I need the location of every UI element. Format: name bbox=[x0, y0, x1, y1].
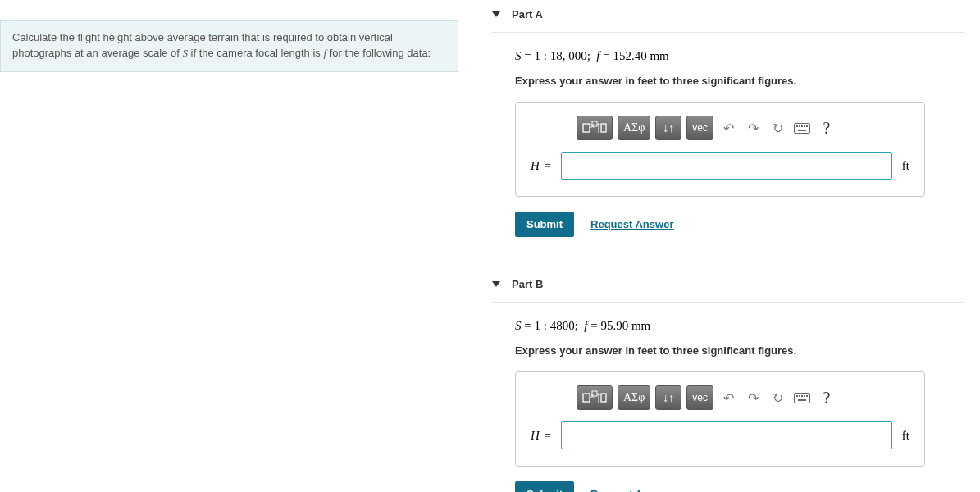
subscript-button[interactable]: ↓↑ bbox=[655, 385, 681, 410]
help-icon[interactable]: ? bbox=[817, 118, 836, 138]
greek-button[interactable]: ΑΣφ bbox=[618, 385, 650, 410]
part-b: Part B S = 1 : 4800; f = 95.90 mm Expres… bbox=[492, 270, 964, 492]
greek-button[interactable]: ΑΣφ bbox=[618, 116, 650, 140]
part-a-unit: ft bbox=[902, 159, 909, 173]
keyboard-icon[interactable] bbox=[792, 118, 812, 138]
svg-rect-20 bbox=[806, 395, 808, 397]
answer-label: H = bbox=[531, 429, 551, 443]
svg-rect-17 bbox=[799, 395, 800, 397]
part-b-answer-box: x ΑΣφ ↓↑ vec ↶ ↷ ↻ ? H = bbox=[515, 371, 925, 467]
svg-rect-0 bbox=[583, 124, 590, 132]
svg-rect-6 bbox=[799, 125, 800, 127]
problem-text-post: for the following data: bbox=[326, 47, 431, 59]
svg-rect-18 bbox=[801, 395, 803, 397]
svg-rect-9 bbox=[806, 125, 808, 127]
part-a-title: Part A bbox=[512, 8, 543, 20]
collapse-icon bbox=[492, 281, 500, 287]
part-b-header[interactable]: Part B bbox=[492, 270, 964, 303]
svg-rect-4 bbox=[795, 123, 810, 133]
keyboard-icon[interactable] bbox=[792, 388, 812, 408]
redo-icon[interactable]: ↷ bbox=[743, 388, 763, 408]
part-a-given: S = 1 : 18, 000; f = 152.40 mm bbox=[515, 49, 964, 63]
undo-icon[interactable]: ↶ bbox=[718, 118, 738, 138]
svg-rect-16 bbox=[796, 395, 798, 397]
submit-button[interactable]: Submit bbox=[515, 212, 574, 237]
templates-button[interactable]: x bbox=[577, 385, 613, 410]
answer-label: H = bbox=[531, 159, 551, 173]
svg-rect-11 bbox=[583, 394, 590, 402]
redo-icon[interactable]: ↷ bbox=[743, 118, 763, 138]
request-answer-link[interactable]: Request Answer bbox=[590, 488, 673, 492]
templates-button[interactable]: x bbox=[577, 116, 613, 140]
svg-rect-10 bbox=[798, 130, 806, 131]
svg-rect-8 bbox=[804, 125, 805, 127]
part-b-instruction: Express your answer in feet to three sig… bbox=[515, 344, 964, 357]
part-b-unit: ft bbox=[902, 429, 909, 443]
reset-icon[interactable]: ↻ bbox=[768, 118, 787, 138]
part-a-answer-box: x ΑΣφ ↓↑ vec ↶ ↷ ↻ ? H = bbox=[515, 102, 925, 197]
toolbar: x ΑΣφ ↓↑ vec ↶ ↷ ↻ ? bbox=[531, 385, 909, 410]
part-b-title: Part B bbox=[512, 278, 543, 290]
undo-icon[interactable]: ↶ bbox=[718, 388, 738, 408]
part-a: Part A S = 1 : 18, 000; f = 152.40 mm Ex… bbox=[492, 0, 964, 237]
toolbar: x ΑΣφ ↓↑ vec ↶ ↷ ↻ ? bbox=[531, 116, 909, 140]
problem-statement: Calculate the flight height above averag… bbox=[0, 20, 458, 72]
subscript-button[interactable]: ↓↑ bbox=[655, 116, 681, 140]
part-b-given: S = 1 : 4800; f = 95.90 mm bbox=[515, 319, 964, 333]
svg-rect-15 bbox=[795, 393, 810, 403]
vec-button[interactable]: vec bbox=[686, 385, 713, 410]
part-a-instruction: Express your answer in feet to three sig… bbox=[515, 75, 964, 87]
svg-rect-3 bbox=[601, 124, 606, 132]
request-answer-link[interactable]: Request Answer bbox=[590, 218, 673, 230]
help-icon[interactable]: ? bbox=[817, 388, 836, 408]
svg-rect-14 bbox=[601, 394, 606, 402]
svg-rect-19 bbox=[804, 395, 805, 397]
vec-button[interactable]: vec bbox=[686, 116, 713, 140]
reset-icon[interactable]: ↻ bbox=[768, 388, 787, 408]
part-a-answer-input[interactable] bbox=[561, 152, 892, 180]
submit-button[interactable]: Submit bbox=[515, 481, 574, 492]
collapse-icon bbox=[492, 11, 500, 17]
part-b-answer-input[interactable] bbox=[561, 421, 892, 449]
svg-rect-5 bbox=[796, 125, 798, 127]
part-a-header[interactable]: Part A bbox=[492, 0, 964, 33]
svg-rect-7 bbox=[801, 125, 803, 127]
svg-rect-21 bbox=[798, 399, 806, 401]
problem-text-mid: if the camera focal length is bbox=[188, 47, 323, 59]
